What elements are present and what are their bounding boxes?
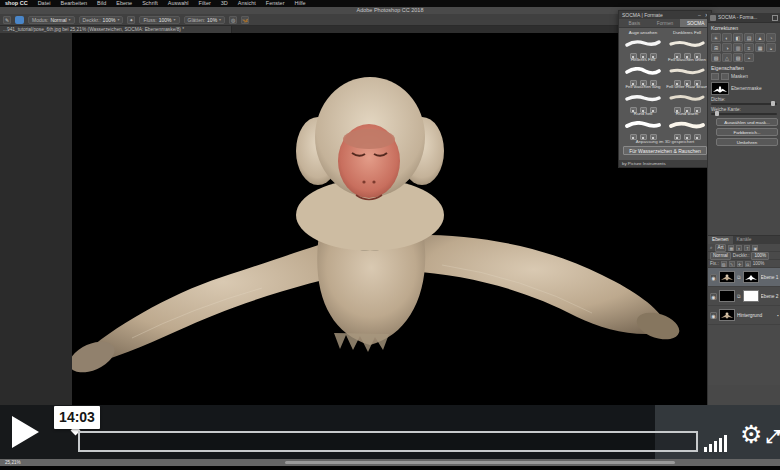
- adjustment-icon[interactable]: △: [722, 53, 732, 62]
- menu-item-ansicht[interactable]: Ansicht: [233, 0, 261, 7]
- density-slider[interactable]: Dichte:: [708, 96, 780, 106]
- visibility-eye-icon[interactable]: ◉: [710, 293, 717, 300]
- play-button[interactable]: [12, 416, 39, 448]
- brush-tool-icon[interactable]: ✎: [3, 16, 11, 24]
- adjustment-icon[interactable]: ▨: [733, 53, 743, 62]
- layer-blend-dropdown[interactable]: Normal: [710, 252, 731, 260]
- feather-track[interactable]: [711, 113, 777, 115]
- preset-cell[interactable]: Helleres Fell: [621, 56, 665, 83]
- adjustment-icon[interactable]: ⊞: [711, 43, 721, 52]
- select-and-mask-button[interactable]: Auswählen und mask...: [716, 118, 778, 126]
- adjustment-icon[interactable]: ▦: [755, 43, 765, 52]
- adjustment-icon[interactable]: ◔: [766, 33, 776, 42]
- layer-row-background[interactable]: ◉ Hintergrund ▪: [708, 306, 780, 325]
- menu-item-3d[interactable]: 3D: [216, 0, 233, 7]
- blend-mode-dropdown[interactable]: Modus: Normal ▾: [28, 16, 75, 24]
- dock-panel-tab[interactable]: SOCMA - Forma...: [708, 13, 780, 23]
- adjustment-icon[interactable]: ▲: [755, 33, 765, 42]
- adjustment-icon[interactable]: ≡: [744, 43, 754, 52]
- collapse-icon[interactable]: [772, 15, 778, 21]
- invert-button[interactable]: Umkehren: [716, 138, 778, 146]
- pressure-icon[interactable]: ◎: [229, 16, 237, 24]
- document-canvas[interactable]: [72, 33, 707, 459]
- adjustment-icon[interactable]: ☀: [711, 33, 721, 42]
- density-knob[interactable]: [771, 101, 775, 106]
- visibility-eye-icon[interactable]: ◉: [710, 274, 717, 281]
- preset-cell[interactable]: Rund warm: [665, 110, 709, 137]
- filter-adjust-icon[interactable]: ◐: [736, 245, 742, 251]
- lock-paint-icon[interactable]: ✎: [729, 261, 735, 267]
- opacity-dropdown[interactable]: Deckkr.: 100% ▾: [79, 16, 124, 24]
- tab-ebenen[interactable]: Ebenen: [708, 236, 733, 244]
- menu-item-bild[interactable]: Bild: [92, 0, 111, 7]
- menu-item-ebene[interactable]: Ebene: [111, 0, 137, 7]
- preset-button[interactable]: [694, 134, 701, 140]
- layer-mask-thumb[interactable]: [743, 271, 759, 283]
- menu-item-app[interactable]: shop CC: [0, 0, 33, 7]
- feather-knob[interactable]: [715, 111, 719, 116]
- menu-item-datei[interactable]: Datei: [33, 0, 56, 7]
- minimize-icon[interactable]: –: [696, 12, 703, 18]
- layer-thumbnail[interactable]: [719, 271, 735, 283]
- feather-slider[interactable]: Weiche Kante:: [708, 106, 780, 116]
- blend-mode-row: Normal Deckkr.: 100%: [708, 252, 780, 260]
- adjustment-icon[interactable]: ▥: [733, 43, 743, 52]
- filter-type-dropdown[interactable]: Art: [715, 244, 727, 252]
- preset-cell[interactable]: Fell waschen unten: [665, 56, 709, 83]
- menu-item-auswahl[interactable]: Auswahl: [163, 0, 194, 7]
- preset-cell[interactable]: Fell waschen lang: [621, 83, 665, 110]
- menu-item-filter[interactable]: Filter: [194, 0, 216, 7]
- document-tab[interactable]: ...941_tutorial/pose_6th.jpg bei 25,21% …: [0, 26, 232, 33]
- search-icon[interactable]: ⌕: [710, 245, 713, 250]
- preset-cell[interactable]: Auge ansehen: [621, 29, 665, 56]
- flow-dropdown[interactable]: Fluss: 100% ▾: [139, 16, 179, 24]
- progress-bar[interactable]: [78, 431, 698, 452]
- layer-thumbnail[interactable]: [719, 309, 735, 321]
- volume-icon[interactable]: [704, 432, 734, 452]
- socma-tab-1[interactable]: Basis: [619, 19, 650, 27]
- layer-row-1[interactable]: ◉ ⧉ Ebene 1: [708, 268, 780, 287]
- fullscreen-icon[interactable]: ⤢⤡: [766, 427, 780, 447]
- density-track[interactable]: [711, 103, 777, 105]
- adjustment-icon[interactable]: ◑: [722, 43, 732, 52]
- layer-mask-thumb[interactable]: [743, 290, 759, 302]
- adjustment-icon[interactable]: ◓: [744, 53, 754, 62]
- filter-type-icon[interactable]: T: [744, 245, 750, 251]
- pixel-mask-icon[interactable]: [711, 73, 719, 80]
- layer-row-2[interactable]: ◉ ⧉ Ebene 2: [708, 287, 780, 306]
- filter-pixel-icon[interactable]: ▦: [728, 245, 734, 251]
- socma-action-button[interactable]: Für Wasserzeichen & Rauschen: [623, 146, 707, 155]
- color-range-button[interactable]: Farbbereich...: [716, 128, 778, 136]
- layer-mask-thumbnail[interactable]: [711, 82, 729, 95]
- smoothing-dropdown[interactable]: Glätten: 10% ▾: [184, 16, 226, 24]
- visibility-eye-icon[interactable]: ◉: [710, 312, 717, 319]
- socma-tab-2[interactable]: Formen: [650, 19, 681, 27]
- menu-item-bearbeiten[interactable]: Bearbeiten: [55, 0, 92, 7]
- layer-thumbnail[interactable]: [719, 290, 735, 302]
- airbrush-icon[interactable]: ✦: [127, 16, 135, 24]
- adjustment-icon[interactable]: ◒: [766, 43, 776, 52]
- vector-mask-icon[interactable]: [721, 73, 729, 80]
- brush-preset-icon[interactable]: [15, 16, 24, 24]
- smoothing-value: 10%: [207, 17, 217, 23]
- adjustment-icon[interactable]: ▤: [744, 33, 754, 42]
- adjustment-icon[interactable]: ◧: [733, 33, 743, 42]
- preset-cell[interactable]: Dunkleres Fell: [665, 29, 709, 56]
- symmetry-icon[interactable]: 🦋: [241, 16, 249, 24]
- settings-gear-icon[interactable]: ⚙: [740, 420, 762, 449]
- menu-item-schrift[interactable]: Schrift: [137, 0, 163, 7]
- layer-opacity-dropdown[interactable]: 100%: [751, 252, 769, 260]
- horizontal-scrollbar[interactable]: [285, 461, 675, 464]
- filter-smart-icon[interactable]: ▣: [752, 245, 758, 251]
- preset-cell[interactable]: Rund hell: [621, 110, 665, 137]
- tab-kanaele[interactable]: Kanäle: [733, 236, 756, 244]
- lock-move-icon[interactable]: ✛: [737, 261, 743, 267]
- socma-panel-titlebar[interactable]: SOCMA | Formate – ✕: [619, 11, 711, 19]
- lock-all-icon[interactable]: ◘: [745, 261, 751, 267]
- menu-item-hilfe[interactable]: Hilfe: [290, 0, 311, 7]
- adjustment-icon[interactable]: ◐: [722, 33, 732, 42]
- preset-cell[interactable]: Fell unter Haar braun: [665, 83, 709, 110]
- adjustment-icon[interactable]: ▧: [711, 53, 721, 62]
- lock-transparent-icon[interactable]: ▨: [721, 261, 727, 267]
- menu-item-fenster[interactable]: Fenster: [261, 0, 290, 7]
